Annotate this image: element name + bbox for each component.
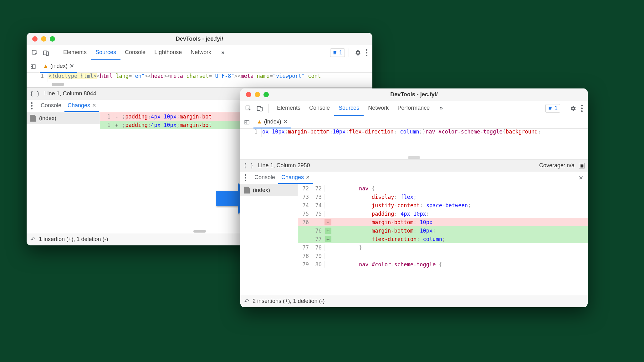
file-tab-label: (index) [50,63,68,69]
warning-icon: ▲ [43,63,49,69]
code-content[interactable]: ox 10px;margin-bottom:10px;flex-directio… [262,128,588,137]
maximize-icon[interactable] [50,36,55,42]
main-toolbar: ElementsSourcesConsoleLighthouseNetwork … [27,45,372,60]
svg-rect-11 [245,120,249,124]
drawer-tab-console[interactable]: Console [251,172,278,184]
tab-performance[interactable]: Performance [393,101,434,116]
traffic-lights [240,92,269,97]
diff-summary-text: 2 insertions (+), 1 deletion (-) [253,298,325,304]
tab-sources[interactable]: Sources [334,101,364,116]
changes-file-label: (index) [39,115,56,122]
coverage-label: Coverage: n/a [539,162,575,169]
settings-icon[interactable] [568,103,578,113]
window-title: DevTools - jec.fyi/ [27,36,372,42]
more-tabs-icon[interactable]: » [217,45,227,60]
titlebar: DevTools - jec.fyi/ [240,88,588,101]
changes-file-item[interactable]: (index) [240,184,298,196]
drawer-tab-console[interactable]: Console [38,100,64,112]
close-icon[interactable] [246,92,251,97]
file-tab-index[interactable]: ▲ (index) ✕ [40,60,77,73]
horizontal-scrollbar-thumb[interactable] [408,156,420,159]
issues-badge[interactable]: 1 [330,48,345,57]
tab-elements[interactable]: Elements [59,45,91,60]
tab-console[interactable]: Console [120,45,150,60]
inspect-element-icon[interactable] [243,103,253,113]
kebab-menu-icon[interactable] [364,47,369,58]
issues-count: 1 [555,105,558,112]
device-toggle-icon[interactable] [41,48,51,58]
file-icon [30,115,36,122]
svg-rect-10 [549,109,551,110]
svg-rect-2 [46,52,49,55]
drawer-tabs: ConsoleChanges✕ ✕ [240,172,588,184]
warning-icon: ▲ [257,118,262,125]
close-tab-icon[interactable]: ✕ [92,103,96,108]
close-icon[interactable] [32,36,38,42]
close-drawer-icon[interactable]: ✕ [577,174,585,181]
navigator-toggle-icon[interactable] [28,62,38,71]
window-title: DevTools - jec.fyi/ [240,91,588,98]
tab-network[interactable]: Network [186,45,216,60]
file-tab-label: (index) [264,118,281,125]
traffic-lights [27,36,55,42]
changes-file-label: (index) [253,187,270,194]
file-icon [244,187,250,194]
horizontal-scrollbar-thumb[interactable] [193,230,206,233]
drawer-kebab-icon[interactable] [29,100,34,111]
line-number: 1 [27,73,48,82]
pretty-print-icon[interactable]: { } [243,162,254,169]
file-tab-index[interactable]: ▲ (index) ✕ [253,116,291,128]
issues-badge[interactable]: 1 [545,104,560,113]
pretty-print-icon[interactable]: { } [30,90,40,97]
main-toolbar: ElementsConsoleSourcesNetworkPerformance… [240,101,588,116]
svg-rect-3 [334,54,336,54]
changes-file-item[interactable]: (index) [27,112,100,124]
tab-sources[interactable]: Sources [91,45,120,60]
changes-file-list: (index) [27,112,100,230]
cursor-status: Line 1, Column 2950 [258,162,310,169]
close-tab-icon[interactable]: ✕ [283,118,288,125]
coverage-box-icon[interactable]: ▣ [579,163,585,168]
settings-icon[interactable] [353,48,363,58]
file-tabs: ▲ (index) ✕ [240,116,588,128]
panel-tabs: ElementsConsoleSourcesNetworkPerformance [273,101,434,116]
code-content[interactable]: <!doctype html><html lang="en"><head><me… [48,73,372,82]
navigator-toggle-icon[interactable] [242,118,252,127]
changes-panel: (index) 7272 nav {7373 display: flex;747… [240,184,588,295]
code-line[interactable]: 1 ox 10px;margin-bottom:10px;flex-direct… [240,128,588,137]
maximize-icon[interactable] [263,92,269,97]
changes-file-list: (index) [240,184,298,295]
horizontal-scrollbar-thumb[interactable] [52,83,64,86]
drawer-tab-changes[interactable]: Changes✕ [64,100,99,112]
revert-icon[interactable]: ↶ [244,298,249,305]
panel-tabs: ElementsSourcesConsoleLighthouseNetwork [59,45,216,60]
cursor-status: Line 1, Column 8044 [44,90,96,97]
svg-rect-9 [260,107,262,111]
minimize-icon[interactable] [255,92,260,97]
drawer-tab-changes[interactable]: Changes✕ [278,172,313,184]
diff-summary-text: 1 insertion (+), 1 deletion (-) [39,236,108,243]
close-tab-icon[interactable]: ✕ [306,174,310,180]
close-tab-icon[interactable]: ✕ [69,63,74,69]
code-line[interactable]: 1 <!doctype html><html lang="en"><head><… [27,73,372,82]
tab-lighthouse[interactable]: Lighthouse [150,45,186,60]
status-bar: { } Line 1, Column 2950 Coverage: n/a ▣ [240,159,588,172]
diff-view[interactable]: 7272 nav {7373 display: flex;7474 justif… [298,184,588,295]
device-toggle-icon[interactable] [255,103,265,113]
inspect-element-icon[interactable] [30,48,40,58]
tab-elements[interactable]: Elements [273,101,305,116]
revert-icon[interactable]: ↶ [30,236,36,243]
drawer-kebab-icon[interactable] [243,172,248,183]
titlebar: DevTools - jec.fyi/ [27,33,372,45]
kebab-menu-icon[interactable] [579,103,585,114]
line-number: 1 [240,128,262,137]
minimize-icon[interactable] [41,36,46,42]
issues-count: 1 [339,49,342,56]
tab-network[interactable]: Network [364,101,393,116]
diff-summary-bar: ↶ 2 insertions (+), 1 deletion (-) [240,295,588,307]
tab-console[interactable]: Console [305,101,334,116]
svg-rect-4 [31,65,35,68]
more-tabs-icon[interactable]: » [435,101,446,116]
file-tabs: ▲ (index) ✕ [27,60,372,73]
devtools-window-after: DevTools - jec.fyi/ ElementsConsoleSourc… [240,88,588,307]
